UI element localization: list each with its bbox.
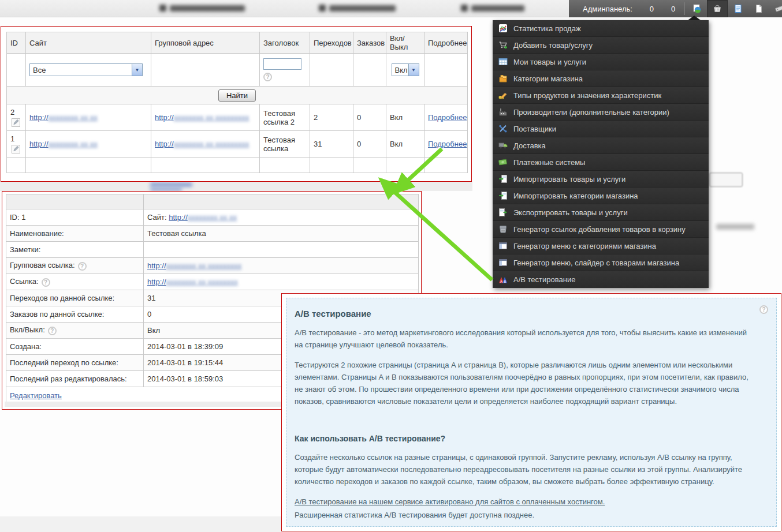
menu-item-11[interactable]: Импортировать категории магазина <box>493 188 709 204</box>
column-header: ID <box>7 32 26 54</box>
import-icon <box>498 174 508 183</box>
ab-info-paragraph-2: Тестируются 2 похожие страницы (страница… <box>295 359 749 407</box>
svg-text:B: B <box>504 279 506 283</box>
stats-icon <box>498 24 508 33</box>
blurred-tab-icon <box>319 5 326 12</box>
detail-label: Наименование: <box>10 229 64 238</box>
ab-info-title: A/B тестирование <box>295 309 749 319</box>
help-icon[interactable]: ? <box>759 305 768 314</box>
menu-item-7[interactable]: Поставщики <box>493 121 709 137</box>
background-footer-band <box>0 516 281 532</box>
column-header: Заказов <box>353 32 386 54</box>
menu-item-13[interactable]: Генератор ссылок добавления товаров в ко… <box>493 221 709 238</box>
folders-icon <box>498 74 508 83</box>
state-filter-select[interactable]: Вкл ▼ <box>392 63 419 76</box>
search-row: Найти <box>7 87 468 104</box>
menu-item-label: Статистика продаж <box>513 24 581 33</box>
menu-item-6[interactable]: Производители (дополнительные категории) <box>493 104 709 121</box>
menu-item-3[interactable]: Мои товары и услуги <box>493 54 709 70</box>
ab-activated-link[interactable]: A/B тестирование на нашем сервисе активи… <box>295 496 605 508</box>
title-filter-input[interactable] <box>263 58 301 70</box>
menu-item-8[interactable]: Доставка <box>493 137 709 154</box>
redacted-url: xxxxxxxx xx xx <box>188 213 237 222</box>
menu-item-4[interactable]: Категории магазина <box>493 70 709 87</box>
row-state: Вкл <box>386 104 424 131</box>
url-link[interactable]: http://xxxxxxxx xx xx <box>29 113 98 122</box>
detail-value-prefix: Сайт: <box>147 213 169 222</box>
factory-icon <box>498 107 508 117</box>
ab-footnote: Расширенная статистика A/B тестирования … <box>295 511 534 519</box>
blurred-text <box>716 224 754 230</box>
menu-item-5[interactable]: Типы продуктов и значения характеристик <box>493 87 709 104</box>
menu-item-15[interactable]: Генератор меню, слайдер с товарами магаз… <box>493 254 709 271</box>
ab-info-paragraph-3: Создайте несколько ссылок на разные стра… <box>295 451 749 488</box>
table-row: 2http://xxxxxxxx xx xxhttp://xxxxxxxx xx… <box>7 104 468 131</box>
help-icon[interactable]: ? <box>78 262 87 271</box>
blurred-tab <box>170 5 245 12</box>
admin-toolbar-icons <box>686 0 782 17</box>
menu-item-10[interactable]: Импортировать товары и услуги <box>493 171 709 188</box>
menu-item-label: Мои товары и услуги <box>513 58 586 66</box>
search-button[interactable]: Найти <box>218 89 256 102</box>
redacted-url: xxxxxxxx xx xxxxxxxx <box>166 278 238 286</box>
help-icon[interactable]: ? <box>42 278 50 287</box>
blurred-tab-icon <box>159 5 166 12</box>
url-link[interactable]: http://xxxxxxxx xx xxxxxxxxx <box>155 140 249 148</box>
tag-icon[interactable] <box>769 0 782 17</box>
detail-row: Заметки: <box>6 242 419 258</box>
admin-count-2[interactable]: 0 <box>671 5 675 13</box>
links-table-panel: IDСайтГрупповой адресЗаголовокПереходовЗ… <box>1 26 472 182</box>
detail-label: Заметки: <box>10 245 40 254</box>
menu-item-label: Генератор меню, слайдер с товарами магаз… <box>513 258 679 267</box>
doc-white-icon[interactable] <box>749 0 769 17</box>
menu-item-label: Доставка <box>513 141 546 150</box>
column-header: Подробнее <box>424 32 468 54</box>
edit-link[interactable]: Редактировать <box>10 391 62 400</box>
row-orders: 0 <box>353 131 386 158</box>
links-table: IDСайтГрупповой адресЗаголовокПереходовЗ… <box>6 32 468 173</box>
help-icon[interactable]: ? <box>48 327 57 335</box>
money-icon <box>498 158 508 167</box>
menu-item-2[interactable]: Добавить товар/услугу <box>493 37 709 54</box>
menu-item-12[interactable]: Экспортировать товары и услуги <box>493 204 709 221</box>
url-link[interactable]: http://xxxxxxxx xx xxxxxxxxx <box>155 113 249 122</box>
blurred-tab-icon <box>461 5 468 12</box>
help-icon[interactable]: ? <box>263 73 272 81</box>
chevron-down-icon: ▼ <box>132 64 142 76</box>
menu-item-14[interactable]: Генератор меню с категориями магазина <box>493 238 709 254</box>
admin-bar-label: Админпанель: <box>583 5 632 13</box>
column-header: Сайт <box>26 32 151 54</box>
menu-item-label: Типы продуктов и значения характеристик <box>513 91 661 100</box>
details-link[interactable]: Подробнее <box>428 140 467 148</box>
blurred-tab <box>329 5 396 12</box>
blurred-link <box>150 182 192 187</box>
menu-item-label: Импортировать категории магазина <box>513 192 638 200</box>
detail-row: Ссылка:?http://xxxxxxxx xx xxxxxxxx <box>6 274 419 290</box>
admin-count-1[interactable]: 0 <box>650 5 654 13</box>
table-icon <box>498 57 508 66</box>
menu-item-9[interactable]: Платежные системы <box>493 154 709 171</box>
blurred-tab <box>471 5 524 12</box>
edit-pencil-icon[interactable] <box>12 145 20 153</box>
menu-item-1[interactable]: Статистика продаж <box>493 20 709 37</box>
background-band <box>0 181 472 191</box>
edit-pencil-icon[interactable] <box>12 118 20 127</box>
url-link[interactable]: http://xxxxxxxx xx xx <box>29 140 98 148</box>
url-link[interactable]: http://xxxxxxxx xx xxxxxxxxx <box>147 261 241 270</box>
filter-row: Все ▼ ? Вкл ▼ <box>7 54 468 87</box>
ab-info-box: ? A/B тестирование A/B тестирование - эт… <box>286 298 777 527</box>
url-link[interactable]: http://xxxxxxxx xx xx <box>169 213 237 222</box>
site-filter-select[interactable]: Все ▼ <box>29 63 143 76</box>
url-link[interactable]: http://xxxxxxxx xx xxxxxxxx <box>147 278 238 286</box>
doc-blue-icon[interactable] <box>728 0 749 17</box>
basket-icon[interactable] <box>707 0 728 17</box>
menu-item-16[interactable]: ABA/B тестирование <box>493 271 709 288</box>
menu-gen-icon <box>498 258 508 267</box>
details-link[interactable]: Подробнее <box>428 113 467 122</box>
characteristics-icon <box>498 91 508 100</box>
import-icon <box>498 191 508 200</box>
globe-page-icon[interactable] <box>686 0 707 17</box>
row-id: 2 <box>10 108 14 117</box>
cart-gen-icon <box>498 224 508 234</box>
export-icon <box>498 208 508 217</box>
